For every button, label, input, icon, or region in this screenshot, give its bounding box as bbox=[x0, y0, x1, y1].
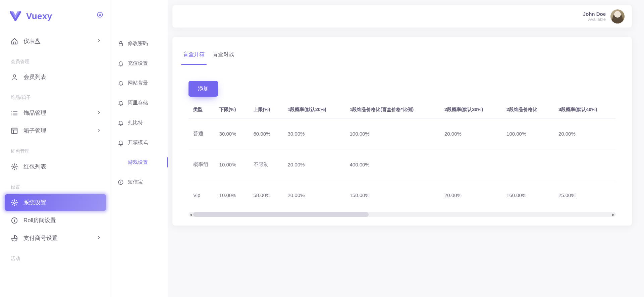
user-status: Available bbox=[583, 17, 606, 22]
sidebar-section-items: 饰品/箱子 bbox=[5, 87, 106, 103]
table-row[interactable]: 概率组 10.00% 不限制 20.00% 400.00% bbox=[189, 149, 616, 180]
sidebar-item-label: 箱子管理 bbox=[23, 127, 46, 135]
sidebar-item-system-settings[interactable]: 系统设置 bbox=[5, 194, 106, 211]
submenu-item-label: 开箱模式 bbox=[128, 139, 148, 146]
sidebar-item-label: 红包列表 bbox=[23, 163, 46, 170]
main-content: John Doe Available 盲盒开箱 盲盒对战 添加 bbox=[168, 0, 644, 297]
submenu-item-label: 扎比特 bbox=[128, 119, 143, 126]
lock-icon bbox=[118, 41, 124, 47]
submenu-change-password[interactable]: 修改密码 bbox=[111, 34, 168, 53]
inner-card: 添加 类型 下限(%) 上限(%) 1段概率(默认20%) 1段饰品价格比(盲盒… bbox=[180, 73, 624, 219]
topbar: John Doe Available bbox=[172, 5, 632, 28]
horizontal-scrollbar[interactable]: ◀ ▶ bbox=[189, 212, 616, 217]
submenu-open-mode[interactable]: 开箱模式 bbox=[111, 133, 168, 152]
submenu-item-label: 短信宝 bbox=[128, 179, 143, 185]
col-seg1-prob: 1段概率(默认20%) bbox=[283, 101, 345, 118]
add-button[interactable]: 添加 bbox=[189, 81, 218, 97]
gear-icon bbox=[11, 163, 18, 170]
svg-rect-7 bbox=[119, 43, 123, 46]
sidebar-item-label: 系统设置 bbox=[23, 199, 46, 206]
submenu-item-label: 阿里存储 bbox=[128, 100, 148, 106]
info-icon bbox=[118, 159, 124, 165]
table-row[interactable]: Vip 10.00% 58.00% 20.00% 150.00% 20.00% … bbox=[189, 180, 616, 210]
scroll-right-icon[interactable]: ▶ bbox=[611, 213, 616, 216]
svg-point-0 bbox=[98, 12, 103, 17]
layout-icon bbox=[11, 127, 18, 135]
primary-sidebar: Vuexy 仪表盘 会员管理 会员列表 饰品/箱子 饰品管理 箱子管理 红包管理 bbox=[0, 0, 111, 297]
brand-logo-icon bbox=[9, 10, 21, 22]
col-type: 类型 bbox=[189, 101, 215, 118]
sidebar-item-payment-settings[interactable]: 支付商号设置 bbox=[5, 230, 106, 246]
chevron-right-icon bbox=[97, 38, 101, 44]
content-card: 盲盒开箱 盲盒对战 添加 类型 下限(%) 上限(%) 1段概率(默认2 bbox=[172, 37, 632, 226]
table-row[interactable]: 普通 30.00% 60.00% 30.00% 100.00% 20.00% 1… bbox=[189, 118, 616, 149]
sidebar-item-label: Roll房间设置 bbox=[23, 216, 56, 224]
sidebar-section-redpacket: 红包管理 bbox=[5, 140, 106, 157]
chevron-right-icon bbox=[97, 110, 101, 116]
chevron-right-icon bbox=[97, 128, 101, 134]
col-lower: 下限(%) bbox=[215, 101, 249, 118]
user-name: John Doe bbox=[583, 11, 606, 17]
pie-chart-icon bbox=[11, 235, 18, 242]
submenu-site-background[interactable]: 网站背景 bbox=[111, 73, 168, 93]
submenu-item-label: 游戏设置 bbox=[128, 159, 148, 165]
home-icon bbox=[11, 38, 18, 45]
user-icon bbox=[11, 73, 18, 81]
sidebar-item-dashboard[interactable]: 仪表盘 bbox=[5, 33, 106, 49]
bell-icon bbox=[118, 140, 124, 146]
brand[interactable]: Vuexy bbox=[5, 7, 106, 32]
svg-point-4 bbox=[13, 166, 15, 168]
sidebar-item-roll-room-settings[interactable]: Roll房间设置 bbox=[5, 212, 106, 229]
sidebar-item-skin-manage[interactable]: 饰品管理 bbox=[5, 105, 106, 121]
svg-point-1 bbox=[99, 14, 101, 16]
sidebar-section-settings: 设置 bbox=[5, 176, 106, 193]
user-menu[interactable]: John Doe Available bbox=[583, 9, 625, 23]
submenu-ali-storage[interactable]: 阿里存储 bbox=[111, 93, 168, 113]
tab-blindbox-open[interactable]: 盲盒开箱 bbox=[181, 47, 207, 65]
chevron-right-icon bbox=[97, 235, 101, 241]
submenu-sms[interactable]: 短信宝 bbox=[111, 172, 168, 192]
tab-blindbox-battle[interactable]: 盲盒对战 bbox=[211, 47, 236, 65]
table-scroll[interactable]: 类型 下限(%) 上限(%) 1段概率(默认20%) 1段饰品价格比(盲盒价格*… bbox=[189, 101, 616, 210]
bell-icon bbox=[118, 60, 124, 66]
submenu-item-label: 修改密码 bbox=[128, 40, 148, 47]
col-seg2-prob: 2段概率(默认30%) bbox=[440, 101, 502, 118]
tabs: 盲盒开箱 盲盒对战 bbox=[172, 37, 632, 65]
submenu-zbt[interactable]: 扎比特 bbox=[111, 113, 168, 133]
sidebar-collapse-icon[interactable] bbox=[97, 11, 103, 19]
sidebar-item-label: 饰品管理 bbox=[23, 109, 46, 117]
sidebar-item-label: 仪表盘 bbox=[23, 37, 41, 45]
list-icon bbox=[11, 109, 18, 117]
sidebar-item-redpacket-list[interactable]: 红包列表 bbox=[5, 158, 106, 175]
sidebar-item-label: 支付商号设置 bbox=[23, 234, 58, 242]
submenu-item-label: 网站背景 bbox=[128, 80, 148, 86]
bell-icon bbox=[118, 120, 124, 126]
bell-icon bbox=[118, 80, 124, 86]
bell-icon bbox=[118, 100, 124, 106]
sidebar-item-box-manage[interactable]: 箱子管理 bbox=[5, 122, 106, 139]
gear-icon bbox=[11, 199, 18, 206]
scroll-left-icon[interactable]: ◀ bbox=[189, 213, 193, 216]
scroll-thumb[interactable] bbox=[193, 212, 369, 217]
info-icon bbox=[11, 217, 18, 224]
svg-rect-3 bbox=[12, 128, 17, 134]
brand-name: Vuexy bbox=[26, 11, 52, 21]
sidebar-item-label: 会员列表 bbox=[23, 73, 46, 81]
col-seg2-price: 2段饰品价格比 bbox=[502, 101, 554, 118]
submenu-game-settings[interactable]: 游戏设置 bbox=[111, 152, 168, 172]
sidebar-section-activity: 活动 bbox=[5, 248, 106, 264]
col-upper: 上限(%) bbox=[249, 101, 283, 118]
secondary-sidebar: 修改密码 充值设置 网站背景 阿里存储 扎比特 开箱模式 游戏设置 短信宝 bbox=[111, 0, 168, 297]
avatar bbox=[610, 9, 625, 23]
settings-table: 类型 下限(%) 上限(%) 1段概率(默认20%) 1段饰品价格比(盲盒价格*… bbox=[189, 101, 616, 210]
submenu-item-label: 充值设置 bbox=[128, 60, 148, 66]
submenu-recharge-settings[interactable]: 充值设置 bbox=[111, 53, 168, 73]
info-icon bbox=[118, 179, 124, 185]
sidebar-section-members: 会员管理 bbox=[5, 51, 106, 67]
svg-point-5 bbox=[13, 202, 15, 204]
svg-point-2 bbox=[13, 75, 15, 77]
col-seg3-prob: 3段概率(默认40%) bbox=[554, 101, 616, 118]
col-seg1-price: 1段饰品价格比(盲盒价格*比例) bbox=[345, 101, 440, 118]
sidebar-item-member-list[interactable]: 会员列表 bbox=[5, 69, 106, 85]
